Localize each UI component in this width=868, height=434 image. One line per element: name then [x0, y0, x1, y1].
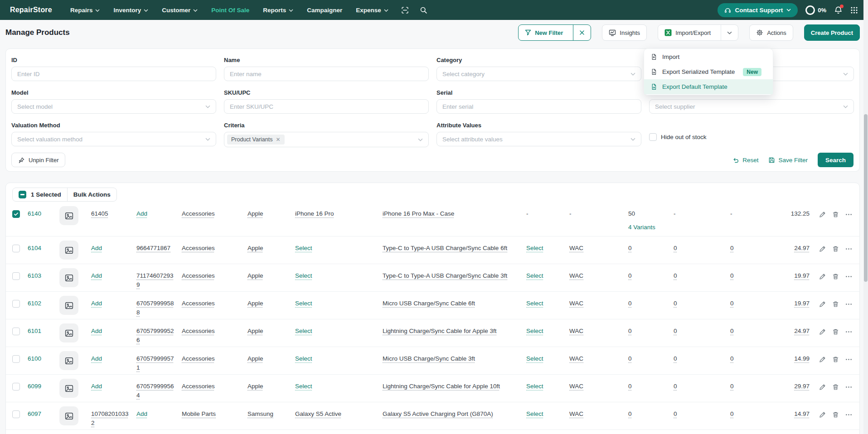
more-options-icon[interactable] [845, 273, 852, 280]
product-image-placeholder[interactable] [59, 241, 78, 260]
search-button[interactable]: Search [818, 153, 853, 167]
bulk-actions-button[interactable]: Bulk Actions [67, 188, 116, 201]
delete-trash-icon[interactable] [832, 411, 839, 418]
edit-pencil-icon[interactable] [819, 301, 826, 308]
row-checkbox[interactable] [12, 355, 20, 363]
qty-a-value[interactable]: 0 [628, 355, 632, 362]
price-value[interactable]: 19.97 [794, 272, 810, 279]
qty-a-value[interactable]: 0 [628, 410, 632, 417]
insights-button[interactable]: Insights [602, 24, 647, 41]
reset-button[interactable]: Reset [732, 157, 758, 164]
upc-value[interactable]: Add [91, 272, 102, 279]
category-value[interactable]: Mobile Parts [182, 410, 216, 417]
row-checkbox[interactable] [12, 328, 20, 335]
attribute-filter-select[interactable]: Select attribute values [436, 132, 641, 146]
select-col-value[interactable]: Select [526, 383, 543, 390]
delete-trash-icon[interactable] [832, 328, 839, 335]
valuation-value[interactable]: WAC [569, 383, 583, 390]
category-value[interactable]: Accessories [182, 355, 215, 362]
product-id-link[interactable]: 6140 [28, 210, 41, 217]
create-product-button[interactable]: Create Product [804, 24, 860, 41]
name-value[interactable]: iPhone 16 Pro Max - Case [383, 210, 454, 217]
upc-value[interactable]: Add [91, 355, 102, 362]
row-checkbox[interactable] [12, 210, 20, 218]
id-filter-input[interactable] [11, 67, 216, 81]
delete-trash-icon[interactable] [832, 246, 839, 252]
more-options-icon[interactable] [845, 384, 852, 391]
price-value[interactable]: 19.97 [794, 300, 810, 307]
qty-c-value[interactable]: 0 [730, 383, 734, 390]
edit-pencil-icon[interactable] [819, 411, 826, 418]
scrollbar-thumb[interactable] [864, 114, 868, 282]
valuation-value[interactable]: WAC [569, 245, 583, 251]
clear-filter-button[interactable] [573, 25, 591, 40]
notifications-button[interactable] [834, 6, 843, 14]
hide-out-of-stock-checkbox[interactable] [649, 133, 657, 141]
manufacturer-value[interactable]: Apple [247, 383, 263, 390]
sku-value[interactable]: 9664771867 [136, 245, 170, 251]
device-value[interactable]: Select [295, 272, 312, 279]
qty-c-value[interactable]: 0 [730, 355, 734, 362]
manufacturer-value[interactable]: Apple [247, 245, 263, 251]
name-filter-input[interactable] [224, 67, 429, 81]
upc-value[interactable]: 61405 [91, 210, 108, 217]
edit-pencil-icon[interactable] [819, 246, 826, 252]
product-image-placeholder[interactable] [59, 268, 78, 287]
product-image-placeholder[interactable] [59, 379, 78, 398]
product-id-link[interactable]: 6097 [28, 410, 41, 417]
product-image-placeholder[interactable] [59, 206, 78, 225]
product-image-placeholder[interactable] [59, 406, 78, 425]
more-options-icon[interactable] [845, 356, 852, 363]
valuation-value[interactable]: WAC [569, 328, 583, 334]
sku-value[interactable]: Add [136, 210, 147, 217]
qty-c-value[interactable]: 0 [730, 272, 734, 279]
serial-filter-input[interactable] [436, 99, 641, 114]
name-value[interactable]: Lightning Charge/Sync Cable for Apple 3f… [383, 328, 496, 334]
product-id-link[interactable]: 6101 [28, 328, 41, 334]
nav-item-campaigner[interactable]: Campaigner [307, 7, 342, 14]
more-options-icon[interactable] [845, 211, 852, 218]
scan-icon[interactable] [401, 6, 409, 14]
product-id-link[interactable]: 6102 [28, 300, 41, 307]
product-id-link[interactable]: 6104 [28, 245, 41, 251]
edit-pencil-icon[interactable] [819, 356, 826, 363]
select-col-value[interactable]: Select [526, 300, 543, 307]
price-value[interactable]: 14.97 [794, 410, 810, 417]
save-filter-button[interactable]: Save Filter [768, 157, 808, 164]
upc-value[interactable]: Add [91, 328, 102, 334]
valuation-value[interactable]: WAC [569, 410, 583, 417]
select-all-checkbox[interactable] [19, 191, 26, 198]
delete-trash-icon[interactable] [832, 211, 839, 218]
select-col-value[interactable]: Select [526, 272, 543, 279]
select-col-value[interactable]: Select [526, 245, 543, 251]
row-checkbox[interactable] [12, 300, 20, 308]
name-value[interactable]: Type-C to Type-A USB Charge/Sync Cable 6… [383, 245, 507, 251]
qty-a-value[interactable]: 0 [628, 245, 632, 251]
menu-item-export-default-template[interactable]: Export Default Template [644, 79, 773, 94]
menu-item-import[interactable]: Import [644, 49, 773, 64]
upc-value[interactable]: Add [91, 300, 102, 307]
more-options-icon[interactable] [845, 411, 852, 418]
qty-b-value[interactable]: 0 [674, 410, 677, 417]
delete-trash-icon[interactable] [832, 273, 839, 280]
qty-c-value[interactable]: 0 [730, 245, 734, 251]
qty-c-value[interactable]: 0 [730, 300, 734, 307]
qty-c-value[interactable]: 0 [730, 328, 734, 334]
delete-trash-icon[interactable] [832, 356, 839, 363]
qty-a-value[interactable]: 0 [628, 272, 632, 279]
usage-indicator[interactable]: 0% [805, 5, 826, 15]
device-value[interactable]: Galaxy S5 Active [295, 410, 341, 417]
sku-filter-input[interactable] [224, 99, 429, 114]
product-image-placeholder[interactable] [59, 323, 78, 342]
qty-b-value[interactable]: 0 [674, 328, 677, 334]
select-col-value[interactable]: Select [526, 355, 543, 362]
qty-b-value[interactable]: 0 [674, 383, 677, 390]
row-checkbox[interactable] [12, 245, 20, 252]
supplier-filter-select[interactable]: Select supplier [649, 99, 854, 114]
upc-value[interactable]: Add [91, 383, 102, 390]
row-checkbox[interactable] [12, 383, 20, 391]
remove-tag-icon[interactable]: ✕ [276, 136, 280, 143]
name-value[interactable]: Lightning Charge/Sync Cable for Apple 10… [383, 383, 500, 390]
unpin-filter-button[interactable]: Unpin Filter [11, 153, 65, 167]
category-value[interactable]: Accessories [182, 245, 215, 251]
